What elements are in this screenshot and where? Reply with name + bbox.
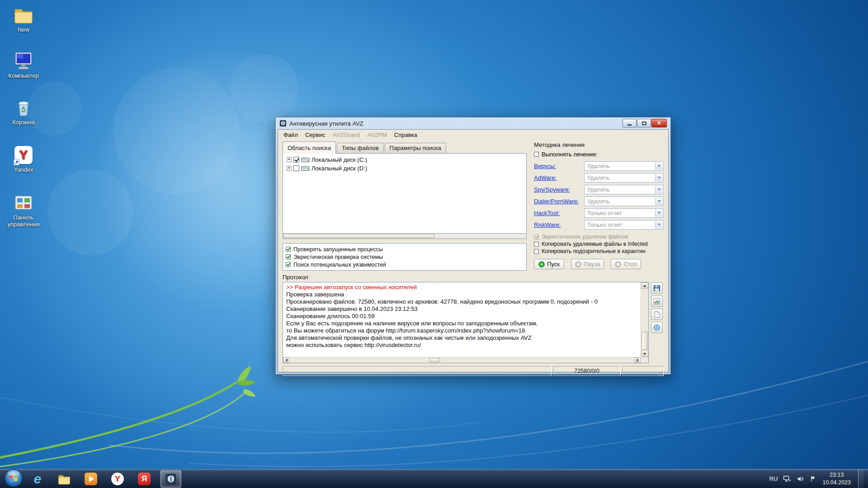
combo-value: Только отчет: [587, 210, 622, 216]
close-button[interactable]: ×: [651, 119, 667, 127]
title-bar[interactable]: Антивирусная утилита AVZ ×: [278, 117, 669, 129]
network-icon[interactable]: [783, 475, 791, 483]
checkbox[interactable]: [534, 235, 539, 239]
riskware-link[interactable]: RiskWare:: [534, 221, 561, 228]
option-heuristic-delete[interactable]: Эвристическое удаление файлов: [534, 233, 664, 240]
desktop-icon-recycle-bin[interactable]: Корзина: [3, 97, 44, 126]
hacktool-action-select[interactable]: Только отчет: [584, 208, 664, 218]
expand-icon[interactable]: [287, 166, 292, 171]
viruses-action-select[interactable]: Удалять: [584, 161, 664, 171]
web-service-button[interactable]: [651, 322, 663, 333]
report-button[interactable]: [651, 296, 663, 307]
checkbox[interactable]: [286, 262, 291, 267]
option-copy-to-infected[interactable]: Копировать удаляемые файлы в Infected: [534, 240, 664, 248]
tree-row-disk-c[interactable]: Локальный диск (C:): [284, 155, 525, 164]
chart-icon: [653, 298, 660, 305]
spyware-action-select[interactable]: Удалять: [584, 185, 664, 194]
start-button[interactable]: [4, 468, 24, 488]
menu-help[interactable]: Справка: [391, 130, 421, 140]
log-vertical-scrollbar[interactable]: [641, 282, 648, 357]
minimize-button[interactable]: [623, 119, 637, 127]
enable-treatment-row[interactable]: Выполнять лечение:: [534, 151, 664, 158]
checkbox[interactable]: [534, 249, 539, 254]
stop-scan-button[interactable]: Стоп: [611, 259, 641, 269]
chevron-down-icon[interactable]: [655, 209, 663, 217]
desktop-icon-control-panel[interactable]: Панель управления: [3, 192, 44, 228]
menu-service[interactable]: Сервис: [302, 130, 329, 140]
taskbar-item-yandex-browser[interactable]: Я: [134, 470, 155, 488]
desktop-icon-label: New: [3, 26, 44, 33]
scrollbar-thumb[interactable]: [283, 234, 434, 238]
scroll-up-button[interactable]: [641, 282, 648, 289]
dialer-link[interactable]: Dialer/PornWare:: [534, 198, 579, 205]
scan-options-box: Проверять запущенные процессы Эвристичес…: [283, 243, 527, 271]
scrollbar-thumb[interactable]: [429, 358, 439, 362]
tree-horizontal-scrollbar[interactable]: [283, 234, 527, 239]
chevron-down-icon[interactable]: [655, 174, 663, 182]
scroll-right-button[interactable]: [634, 357, 641, 363]
language-indicator[interactable]: RU: [769, 475, 778, 482]
arrow-left-icon: [285, 358, 288, 362]
desktop-icon-new[interactable]: New: [3, 5, 44, 33]
taskbar-clock[interactable]: 23:13 10.04.2023: [822, 471, 851, 486]
maximize-button[interactable]: [637, 119, 651, 127]
option-vulnerability-search[interactable]: Поиск потенциальных уязвимостей: [286, 261, 524, 268]
enable-treatment-checkbox[interactable]: [534, 152, 539, 157]
tab-search-params[interactable]: Параметры поиска: [385, 143, 446, 153]
adware-link[interactable]: AdWare:: [534, 174, 557, 181]
tab-file-types[interactable]: Типы файлов: [337, 143, 384, 153]
adware-action-select[interactable]: Удалять: [584, 173, 664, 183]
riskware-action-select[interactable]: Только отчет: [584, 220, 664, 230]
disk-c-checkbox[interactable]: [293, 157, 299, 163]
taskbar-item-internet-explorer[interactable]: e: [27, 470, 48, 488]
checkbox[interactable]: [534, 242, 539, 247]
combo-value: Только отчет: [587, 221, 622, 228]
resize-grip[interactable]: [657, 370, 663, 375]
volume-icon[interactable]: [796, 475, 804, 483]
desktop-icon-yandex[interactable]: Y Yandex: [3, 145, 44, 173]
pause-scan-button[interactable]: Пауза: [571, 259, 604, 269]
chevron-down-icon[interactable]: [655, 186, 663, 193]
option-label: Поиск потенциальных уязвимостей: [293, 262, 386, 268]
hacktool-link[interactable]: HackTool:: [534, 210, 560, 216]
menu-avzguard[interactable]: AVZGuard: [329, 130, 363, 140]
tree-row-disk-d[interactable]: Локальный диск (D:): [284, 164, 525, 173]
checkbox[interactable]: [286, 254, 291, 259]
option-heuristic-check[interactable]: Эвристическая проверка системы: [286, 253, 524, 261]
scrollbar-thumb[interactable]: [642, 332, 648, 350]
save-log-button[interactable]: [651, 282, 663, 294]
checkbox[interactable]: [286, 247, 291, 252]
protocol-log[interactable]: >> Разрешен автозапуск со сменных носите…: [283, 282, 649, 363]
option-check-processes[interactable]: Проверять запущенные процессы: [286, 245, 524, 253]
disk-d-checkbox[interactable]: [293, 165, 299, 171]
taskbar-item-avz[interactable]: [160, 470, 181, 488]
taskbar-item-media-player[interactable]: [80, 470, 101, 488]
chevron-down-icon[interactable]: [655, 162, 663, 170]
chevron-down-icon[interactable]: [655, 197, 663, 205]
avz-window-icon: [279, 120, 287, 127]
start-scan-button[interactable]: Пуск: [534, 259, 564, 269]
option-label: Эвристическое удаление файлов: [542, 234, 628, 240]
treatment-row-hacktool: HackTool: Только отчет: [534, 208, 664, 218]
chevron-down-icon[interactable]: [655, 221, 663, 229]
drive-tree[interactable]: Локальный диск (C:) Локальный: [283, 153, 527, 234]
menu-bar: Файл Сервис AVZGuard AVZPM Справка: [278, 130, 668, 140]
option-copy-to-quarantine[interactable]: Копировать подозрительные в карантин: [534, 248, 664, 255]
show-desktop-button[interactable]: [858, 469, 863, 488]
tab-search-area[interactable]: Область поиска: [283, 141, 336, 154]
spyware-link[interactable]: Spy/Spyware:: [534, 186, 570, 193]
menu-file[interactable]: Файл: [280, 130, 302, 140]
taskbar-item-yandex[interactable]: Y: [107, 470, 128, 488]
scroll-down-button[interactable]: [641, 351, 648, 357]
scroll-left-button[interactable]: [283, 357, 289, 363]
action-center-icon[interactable]: [809, 475, 817, 483]
log-horizontal-scrollbar[interactable]: [283, 357, 641, 363]
dialer-action-select[interactable]: Удалять: [584, 197, 664, 206]
desktop-icon-computer[interactable]: Компьютер: [3, 51, 44, 79]
folder-icon: [13, 6, 34, 24]
clear-log-button[interactable]: [651, 309, 663, 320]
expand-icon[interactable]: [287, 157, 292, 162]
menu-avzpm[interactable]: AVZPM: [363, 130, 391, 140]
taskbar-item-explorer[interactable]: [54, 470, 75, 488]
viruses-link[interactable]: Вирусы:: [534, 163, 556, 169]
